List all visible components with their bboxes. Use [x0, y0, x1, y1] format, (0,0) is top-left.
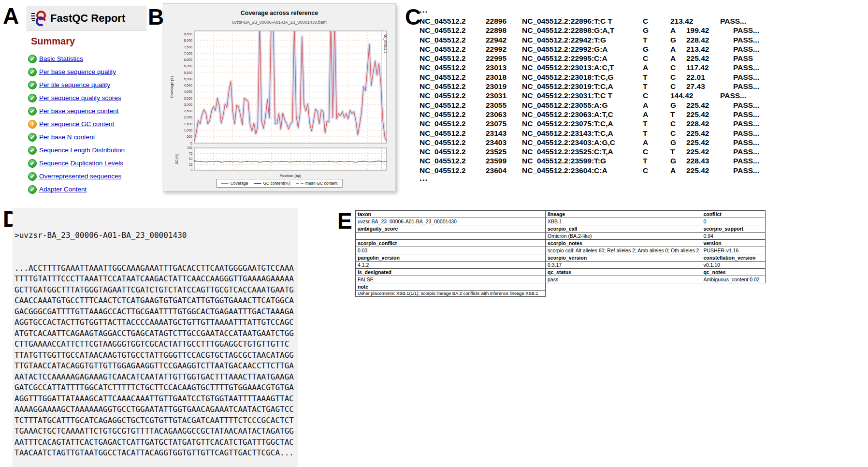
- pangolin-cell: 0: [701, 218, 766, 225]
- vcf-row: NC_045512.223599NC_045512.2:23599:T:GTG2…: [420, 156, 759, 165]
- vcf-cell: NC_045512.2:23599:T:G: [522, 156, 643, 165]
- summary-link[interactable]: Sequence Duplication Levels: [39, 160, 123, 167]
- summary-link[interactable]: Per sequence GC content: [39, 120, 114, 128]
- pass-check-icon: ✔: [28, 185, 37, 194]
- vcf-cell: NC_045512.2:23063:A:T,C: [522, 110, 643, 119]
- summary-link[interactable]: Adapter Content: [39, 186, 87, 193]
- summary-link[interactable]: Per tile sequence quality: [39, 81, 110, 88]
- vcf-cell: NC_045512.2:22898:G:A,T: [522, 26, 643, 35]
- vcf-row: NC_045512.222898NC_045512.2:22898:G:A,TG…: [420, 26, 759, 35]
- vcf-cell: 225.42: [686, 147, 733, 156]
- svg-text:GC (%): GC (%): [175, 154, 179, 164]
- vcf-cell: PASS: [733, 54, 753, 63]
- svg-text:8,500: 8,500: [184, 32, 192, 36]
- fastqc-logo-icon: [31, 9, 48, 28]
- vcf-cell: 213.42: [670, 16, 720, 26]
- pass-check-icon: ✔: [28, 159, 37, 168]
- summary-item: ✔Overrepresented sequences: [28, 170, 125, 183]
- vcf-cell: T: [643, 35, 670, 44]
- vcf-cell: NC_045512.2:23019:T:C,A: [522, 82, 643, 91]
- pangolin-header-row: taxonlineageconflict: [356, 211, 766, 218]
- vcf-cell: 144.42: [670, 91, 720, 100]
- pangolin-cell: is_designated: [356, 269, 546, 276]
- pangolin-cell: v0.1.10: [701, 262, 766, 269]
- vcf-cell: PASS...: [733, 44, 759, 54]
- pass-check-icon: ✔: [28, 146, 37, 155]
- vcf-cell: C: [643, 166, 670, 175]
- legend-item: Coverage: [221, 181, 248, 186]
- svg-text:4,000: 4,000: [184, 90, 192, 93]
- pangolin-cell: qc_notes: [701, 269, 766, 276]
- vcf-cell: NC_045512.2:22992:G:A: [522, 44, 643, 54]
- summary-link[interactable]: Per base N content: [39, 133, 95, 141]
- vcf-cell: NC_045512.2: [420, 138, 486, 147]
- vcf-cell: NC_045512.2:22942:T:G: [522, 35, 643, 44]
- pangolin-cell: qc_status: [546, 269, 701, 276]
- svg-text:0: 0: [190, 168, 192, 172]
- fasta-header-line: >uvzsr-BA_23_00006-A01-BA_23_00001430: [14, 230, 294, 241]
- vcf-cell: NC_045512.2: [420, 147, 486, 156]
- vcf-cell: 225.42: [686, 110, 733, 119]
- pangolin-cell: pass: [546, 276, 701, 283]
- vcf-cell: NC_045512.2:23525:C:T,A: [522, 147, 643, 156]
- summary-link[interactable]: Per base sequence quality: [39, 68, 116, 75]
- vcf-cell: C: [670, 119, 686, 128]
- fasta-sequence-line: AGGTTTGGATTATAAAGCATTCAAACAAATTGTTGAATCC…: [14, 394, 294, 405]
- summary-link[interactable]: Per base sequence content: [39, 107, 118, 115]
- pangolin-cell: scorpio call: Alt alleles 60; Ref allele…: [546, 247, 701, 254]
- line-dark-swatch-icon: [254, 183, 261, 184]
- vcf-cell: PASS...: [733, 110, 759, 119]
- vcf-cell: A: [643, 138, 670, 147]
- svg-text:2,000: 2,000: [184, 116, 192, 119]
- summary-link[interactable]: Per sequence quality scores: [39, 94, 121, 102]
- summary-link[interactable]: Basic Statistics: [39, 55, 83, 62]
- pangolin-cell: 0.3.17: [546, 262, 701, 269]
- summary-link[interactable]: Sequence Length Distribution: [39, 146, 125, 154]
- vcf-cell: T: [643, 156, 670, 165]
- vcf-cell: 228.42: [686, 35, 733, 44]
- pangolin-value-row: FALSEpassAmbiguous_content:0.02: [356, 276, 766, 283]
- fasta-sequence-line: AATTTCACAGTATTCACTGAGACTCATTGATGCTATGATG…: [14, 437, 294, 448]
- vcf-cell: NC_045512.2: [420, 156, 486, 165]
- chart-legend: CoverageGC content(%)mean GC content: [217, 179, 343, 188]
- vcf-cell: PASS...: [733, 73, 759, 82]
- vcf-cell: A: [670, 44, 686, 54]
- svg-text:Position (bp): Position (bp): [280, 174, 302, 178]
- vcf-cell: C: [643, 54, 670, 63]
- vcf-cell: PASS...: [720, 16, 746, 26]
- vcf-cell: PASS...: [733, 26, 759, 35]
- vcf-cell: 23143: [486, 129, 522, 138]
- fasta-sequence-line: TTATGTTGGTTGCCATAACAAGTGTGCCTATTGGGTTCCA…: [14, 350, 294, 361]
- vcf-cell: C: [670, 129, 686, 138]
- vcf-row: NC_045512.223018NC_045512.2:23018:T:C,GT…: [420, 73, 759, 82]
- vcf-cell: 23403: [486, 138, 522, 147]
- vcf-cell: T: [643, 129, 670, 138]
- svg-text:2,500: 2,500: [184, 109, 192, 113]
- fasta-sequence-line: TGAAACTGCTCAAAATTCTGTGCGTGTTTTACAGAAGGCC…: [14, 426, 294, 437]
- pass-check-icon: ✔: [28, 68, 37, 76]
- svg-text:1,500: 1,500: [184, 122, 192, 126]
- vcf-cell: G: [670, 35, 686, 44]
- vcf-cell: NC_045512.2: [420, 73, 486, 82]
- dash-red-swatch-icon: [296, 183, 304, 184]
- vcf-cell: 199.42: [686, 26, 733, 35]
- pangolin-table: taxonlineageconflictuvzsr-BA_23_00006-A0…: [355, 210, 766, 297]
- svg-text:500: 500: [187, 135, 192, 138]
- chart-subtitle: uvzsr-BA_23_00006-A01-BA_23_00001430.bam: [163, 20, 395, 25]
- pangolin-cell: 0.94: [701, 233, 766, 240]
- coverage-chart-panel: Coverage across reference uvzsr-BA_23_00…: [163, 3, 396, 191]
- fasta-sequence-line: TTTTGTATTTCCCTTAAATTCCATAATCAAGACTATTCAA…: [14, 274, 294, 285]
- pangolin-cell: ambiguity_score: [356, 225, 546, 233]
- svg-text:5,000: 5,000: [184, 77, 192, 81]
- svg-text:7,500: 7,500: [184, 45, 192, 49]
- vcf-cell: T: [670, 110, 686, 119]
- summary-link[interactable]: Overrepresented sequences: [39, 173, 121, 180]
- pangolin-cell: lineage: [546, 211, 701, 218]
- svg-text:4,500: 4,500: [184, 84, 192, 87]
- vcf-cell: A: [670, 54, 686, 63]
- pangolin-cell: scorpio_support: [701, 225, 766, 233]
- pangolin-header-row: is_designatedqc_statusqc_notes: [356, 269, 766, 276]
- fasta-block: >uvzsr-BA_23_00006-A01-BA_23_00001430 ..…: [13, 208, 298, 467]
- pangolin-cell: [356, 233, 546, 240]
- vcf-cell: PASS...: [733, 101, 759, 110]
